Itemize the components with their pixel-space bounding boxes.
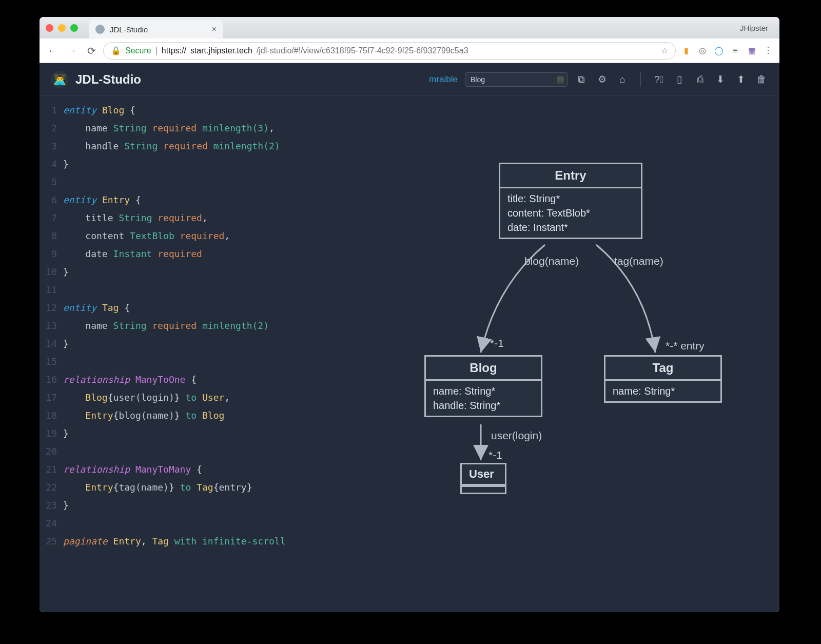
browser-tab[interactable]: JDL-Studio ×	[89, 20, 223, 38]
extension-icon-4[interactable]: ≡	[729, 45, 741, 57]
reload-button[interactable]: ⟳	[84, 45, 99, 57]
entity-select[interactable]: Blog	[465, 72, 568, 87]
forward-button[interactable]: →	[64, 45, 80, 56]
entity-user-title: User	[462, 464, 505, 485]
help-icon[interactable]: ?⃝	[652, 74, 666, 85]
upload-icon[interactable]: ⬆	[734, 73, 748, 85]
back-button[interactable]: ←	[45, 45, 60, 56]
close-window-button[interactable]	[46, 24, 53, 32]
rel-label-tag-name: tag(name)	[614, 255, 663, 267]
home-icon[interactable]: ⌂	[616, 74, 629, 85]
menu-icon[interactable]: ⋮	[762, 45, 774, 57]
bookmark-icon[interactable]: ☆	[661, 46, 668, 55]
username-link[interactable]: mraible	[429, 74, 458, 85]
tab-title: JDL-Studio	[110, 25, 207, 34]
entity-blog[interactable]: Blog name: String* handle: String*	[424, 355, 542, 417]
extension-icon-3[interactable]: ◯	[713, 45, 725, 57]
secure-label: Secure	[125, 46, 151, 55]
settings-icon[interactable]: ⚙	[595, 73, 609, 85]
entity-entry-title: Entry	[500, 164, 641, 188]
download-icon[interactable]: ⬇	[714, 73, 727, 85]
url-path: /jdl-studio/#!/view/c6318f95-75f7-4c92-9…	[257, 46, 468, 55]
entity-select-value: Blog	[471, 75, 485, 84]
screenshot-icon[interactable]: ⎙	[693, 74, 707, 85]
close-tab-icon[interactable]: ×	[212, 25, 217, 34]
code-content[interactable]: entity Blog { name String required minle…	[63, 101, 409, 612]
rel-label-star-1-user: *-1	[488, 449, 502, 461]
toolbar: ← → ⟳ 🔒 Secure | https://start.jhipster.…	[40, 38, 779, 63]
entity-blog-body: name: String* handle: String*	[426, 381, 541, 416]
browser-window: JDL-Studio × JHipster ← → ⟳ 🔒 Secure | h…	[40, 17, 779, 612]
entity-entry-body: title: String* content: TextBlob* date: …	[500, 188, 641, 238]
entity-tag-title: Tag	[605, 357, 720, 381]
favicon-icon	[95, 25, 105, 34]
new-file-icon[interactable]: ⧉	[575, 74, 588, 85]
app-logo-icon: 👨‍💻	[51, 71, 68, 88]
code-editor[interactable]: 1234567891011121314151617181920212223242…	[40, 96, 409, 612]
line-gutter: 1234567891011121314151617181920212223242…	[40, 101, 63, 612]
lock-icon: 🔒	[111, 46, 121, 55]
window-titlebar: JDL-Studio × JHipster	[40, 17, 779, 38]
app-header: 👨‍💻 JDL-Studio mraible Blog ⧉ ⚙ ⌂ ?⃝ ▯ ⎙…	[40, 63, 779, 96]
diagram-canvas[interactable]: Entry title: String* content: TextBlob* …	[409, 96, 779, 612]
extension-icon-2[interactable]: ◎	[696, 45, 709, 57]
trash-icon[interactable]: 🗑	[755, 74, 768, 85]
profile-name[interactable]: JHipster	[740, 24, 773, 32]
entity-entry[interactable]: Entry title: String* content: TextBlob* …	[499, 163, 642, 239]
address-bar[interactable]: 🔒 Secure | https://start.jhipster.tech/j…	[103, 42, 676, 60]
maximize-window-button[interactable]	[70, 24, 78, 32]
toolbar-divider	[640, 72, 641, 87]
entity-user[interactable]: User	[460, 463, 506, 494]
window-controls	[46, 24, 78, 32]
rel-label-user-login: user(login)	[491, 430, 542, 442]
entity-tag[interactable]: Tag name: String*	[604, 355, 722, 403]
app-body: 1234567891011121314151617181920212223242…	[40, 96, 779, 612]
url-scheme: https://	[162, 46, 186, 55]
extension-icon-1[interactable]: ▮	[680, 45, 692, 57]
docs-icon[interactable]: ▯	[673, 73, 686, 85]
app-root: 👨‍💻 JDL-Studio mraible Blog ⧉ ⚙ ⌂ ?⃝ ▯ ⎙…	[40, 63, 779, 612]
rel-label-blog-name: blog(name)	[524, 255, 579, 267]
url-host: start.jhipster.tech	[190, 46, 252, 55]
rel-label-star-1-blog: *-1	[490, 337, 504, 349]
minimize-window-button[interactable]	[58, 24, 66, 32]
entity-tag-body: name: String*	[605, 381, 720, 401]
rel-label-star-star-entry: *-* entry	[666, 340, 705, 352]
entity-blog-title: Blog	[426, 357, 541, 381]
extension-icon-5[interactable]: ▦	[746, 45, 758, 57]
app-title: JDL-Studio	[75, 72, 141, 87]
